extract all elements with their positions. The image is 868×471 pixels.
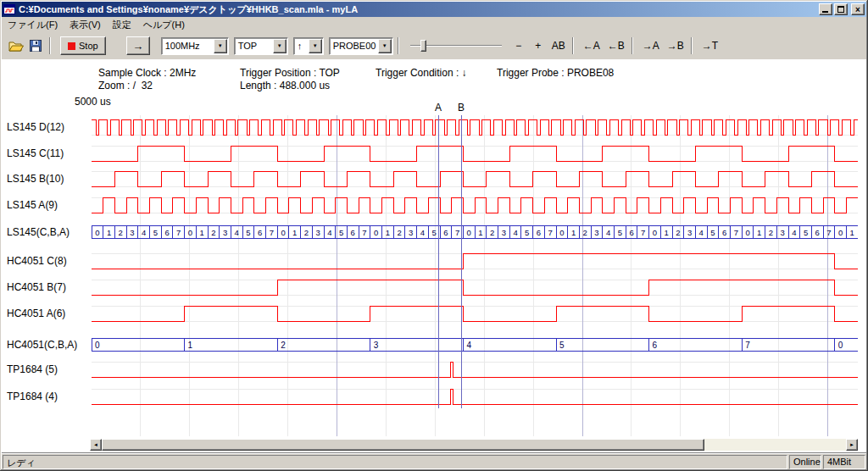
sample-clock-select[interactable]: 100MHz ▼ [161, 37, 229, 55]
bus-value: 1 [850, 228, 854, 237]
bus-value: 3 [374, 341, 379, 350]
menu-help[interactable]: ヘルプ(H) [137, 17, 191, 33]
bus-value: 7 [826, 228, 831, 237]
ab-button[interactable]: AB [549, 37, 568, 54]
bus-value: 1 [386, 228, 390, 237]
signal-label: HC4051 A(6) [7, 308, 65, 319]
trigger-edge-select[interactable]: ↑ ▼ [293, 37, 324, 55]
goto-b-right-button[interactable]: →B [665, 37, 687, 54]
toolbar: Stop → 100MHz ▼ TOP ▼ ↑ ▼ PROBE00 ▼ − + … [2, 32, 866, 59]
bus-value: 2 [304, 228, 309, 237]
scroll-thumb[interactable] [102, 439, 704, 451]
signal-trace [92, 253, 858, 269]
signal-trace [92, 389, 858, 404]
bus-value: 4 [513, 228, 517, 237]
bus-value: 2 [119, 228, 123, 237]
goto-a-left-button[interactable]: ←A [581, 37, 603, 54]
window-title: C:¥Documents and Settings¥noname¥デスクトップ¥… [19, 3, 817, 16]
stop-button[interactable]: Stop [60, 36, 106, 55]
signal-trace [92, 280, 858, 295]
zoom-out-button[interactable]: − [510, 37, 527, 54]
signal-label: TP1684 (5) [7, 363, 58, 375]
minimize-button[interactable] [819, 3, 832, 15]
bus-value: 6 [653, 341, 658, 350]
bus-value: 0 [838, 341, 843, 350]
toolbar-separator [572, 37, 574, 54]
scroll-right-button[interactable]: ► [846, 439, 858, 451]
trigger-position-select[interactable]: TOP ▼ [234, 37, 288, 55]
bus-value: 4 [420, 228, 425, 237]
signal-label: LS145 C(11) [7, 147, 64, 159]
bus-value: 7 [176, 228, 181, 237]
bus-value: 4 [699, 228, 704, 237]
status-memory: 4MBit [823, 455, 865, 469]
bus-value: 3 [781, 228, 785, 237]
scroll-track[interactable] [102, 439, 846, 451]
bus-value: 0 [281, 228, 285, 237]
chevron-down-icon[interactable]: ▼ [273, 39, 287, 53]
chevron-down-icon[interactable]: ▼ [378, 39, 392, 53]
run-button[interactable]: → [126, 36, 150, 55]
bus-value: 5 [804, 228, 808, 237]
signal-trace [92, 362, 858, 377]
bus-value: 6 [351, 228, 355, 237]
bus-value: 3 [316, 228, 320, 237]
bus-value: 0 [745, 228, 749, 237]
signal-trace [92, 119, 858, 135]
goto-trigger-button[interactable]: →T [699, 37, 721, 54]
bus-value: 7 [641, 228, 645, 237]
bus-value: 6 [815, 228, 820, 237]
bus-value: 3 [502, 228, 506, 237]
goto-a-right-button[interactable]: →A [640, 37, 662, 54]
bus-value: 4 [327, 228, 331, 237]
signal-label: TP1684 (4) [7, 391, 58, 402]
bus-value: 1 [757, 228, 761, 237]
bus-value: 5 [153, 228, 158, 237]
status-online: Online [789, 455, 821, 469]
bus-value: 5 [432, 228, 437, 237]
bus-value: 0 [95, 341, 100, 350]
bus-value: 4 [792, 228, 796, 237]
bus-value: 0 [95, 228, 99, 237]
bus-value: 0 [838, 228, 843, 237]
chevron-down-icon[interactable]: ▼ [309, 39, 322, 53]
chevron-down-icon[interactable]: ▼ [214, 39, 227, 53]
bus-value: 2 [397, 228, 401, 237]
menu-settings[interactable]: 設定 [107, 17, 137, 33]
zoom-slider[interactable] [410, 37, 502, 54]
bus-value: 5 [618, 228, 622, 237]
zoom-in-button[interactable]: + [530, 37, 547, 54]
marker-label: A [435, 102, 442, 114]
bus-value: 3 [223, 228, 227, 237]
app-icon [3, 3, 15, 15]
save-button[interactable] [25, 36, 45, 55]
open-button[interactable] [6, 36, 25, 55]
bus-value: 3 [130, 228, 134, 237]
signal-label: HC4051(C,B,A) [7, 339, 77, 351]
close-button[interactable]: × [851, 3, 865, 15]
trigger-probe-select[interactable]: PROBE00 ▼ [329, 37, 393, 55]
menu-file[interactable]: ファイル(F) [2, 17, 64, 33]
horizontal-scrollbar[interactable]: ◄ ► [90, 439, 858, 451]
titlebar: C:¥Documents and Settings¥noname¥デスクトップ¥… [2, 2, 866, 17]
stop-label: Stop [79, 41, 98, 51]
goto-b-left-button[interactable]: ←B [605, 37, 627, 54]
scroll-left-button[interactable]: ◄ [90, 439, 102, 451]
bus-value: 5 [710, 228, 715, 237]
waveform-plot: LS145 D(12)LS145 C(11)LS145 B(10)LS145 A… [2, 59, 866, 452]
bus-value: 1 [107, 228, 111, 237]
slider-thumb[interactable] [420, 40, 426, 52]
maximize-button[interactable] [834, 3, 848, 15]
bus-value: 4 [235, 228, 239, 237]
toolbar-separator [398, 37, 399, 54]
bus-value: 3 [409, 228, 413, 237]
minimize-icon [822, 11, 828, 13]
menubar: ファイル(F) 表示(V) 設定 ヘルプ(H) [2, 17, 866, 32]
bus-value: 4 [466, 341, 471, 350]
signal-label: LS145(C,B,A) [7, 226, 70, 238]
bus-value: 7 [734, 228, 738, 237]
app-window: C:¥Documents and Settings¥noname¥デスクトップ¥… [0, 0, 868, 471]
signal-trace [92, 146, 858, 161]
menu-view[interactable]: 表示(V) [64, 17, 107, 33]
bus-value: 0 [188, 228, 192, 237]
